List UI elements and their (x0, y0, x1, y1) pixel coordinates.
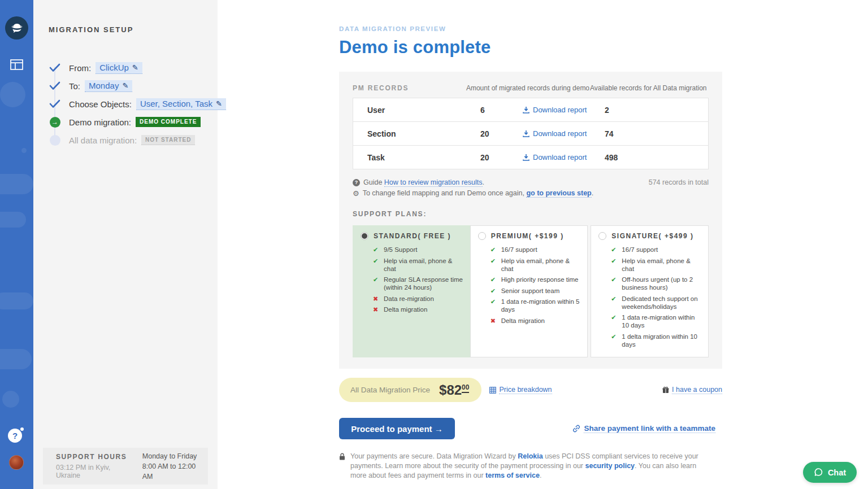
check-icon (373, 246, 380, 254)
check-icon (611, 295, 618, 311)
rail-decor (0, 174, 33, 194)
relokia-link[interactable]: Relokia (518, 452, 542, 460)
record-object: User (367, 106, 480, 115)
objects-value: User, Section, Task (140, 99, 212, 108)
terms-of-service-link[interactable]: terms of service (485, 471, 540, 479)
review-results-link[interactable]: How to review migration results (384, 178, 483, 187)
coupon-link[interactable]: I have a coupon (662, 386, 722, 394)
previous-step-link[interactable]: go to previous step (526, 189, 591, 198)
plan-card-premium[interactable]: PREMIUM( +$199 ) 16/7 support Help via e… (470, 225, 588, 357)
check-icon (611, 246, 618, 254)
demo-complete-badge[interactable]: DEMO COMPLETE (136, 117, 201, 127)
download-report-link[interactable]: Download report (523, 106, 605, 114)
support-hours-range: 8:00 AM to 12:00 AM (142, 461, 202, 482)
check-icon (49, 98, 61, 110)
plan-feature: Regular SLA response time (within 24 hou… (373, 276, 465, 291)
price-breakdown-link[interactable]: Price breakdown (489, 386, 552, 394)
step-from: From: ClickUp ✎ (49, 59, 226, 77)
change-prefix: To change field mapping and run Demo onc… (363, 189, 527, 197)
support-plans: STANDARD( FREE ) 9/5 Support Help via em… (353, 225, 709, 357)
price-row: All Data Migration Price $8200 Price bre… (339, 378, 722, 402)
step-all-data-migration: All data migration: NOT STARTED (49, 131, 226, 149)
plan-feature: High priority response time (491, 276, 582, 283)
plan-card-standard[interactable]: STANDARD( FREE ) 9/5 Support Help via em… (353, 225, 471, 357)
download-icon (523, 154, 530, 161)
question-icon: ? (353, 179, 360, 186)
not-started-badge: NOT STARTED (141, 135, 195, 145)
records-table: User 6 Download report 2 Section 20 Down… (353, 98, 709, 169)
record-available: 74 (605, 129, 708, 138)
link-icon (572, 425, 580, 433)
security-text: Your payments are secure. Data Migration… (350, 452, 518, 460)
step-to: To: Monday ✎ (49, 77, 226, 95)
plan-head[interactable]: SIGNATURE( +$499 ) (598, 232, 702, 240)
to-platform-edit[interactable]: Monday ✎ (85, 80, 132, 92)
plan-feature: Delta migration (491, 317, 582, 325)
current-step-icon: → (49, 116, 61, 128)
objects-edit[interactable]: User, Section, Task ✎ (136, 98, 226, 110)
user-avatar[interactable] (9, 455, 24, 470)
guide-suffix: . (483, 178, 484, 186)
step-label: From: (69, 63, 91, 73)
records-header-label: PM RECORDS (353, 84, 466, 92)
gear-icon: ⚙ (353, 188, 359, 199)
check-icon (611, 276, 618, 291)
download-report-link[interactable]: Download report (523, 129, 605, 138)
plan-name: SIGNATURE( +$499 ) (611, 232, 693, 240)
main-content: DATA MIGRATION PREVIEW Demo is complete … (339, 0, 722, 481)
security-text: . (540, 471, 541, 479)
step-label: All data migration: (69, 136, 137, 145)
check-icon (49, 80, 61, 92)
record-migrated: 20 (480, 129, 523, 138)
plan-head[interactable]: STANDARD( FREE ) (361, 232, 465, 240)
page-title: Demo is complete (339, 37, 722, 58)
setup-title: MIGRATION SETUP (49, 25, 133, 34)
download-report-label: Download report (533, 153, 587, 161)
edit-icon: ✎ (122, 81, 128, 90)
plan-features: 9/5 Support Help via email, phone & chat… (373, 246, 465, 313)
plan-card-signature[interactable]: SIGNATURE( +$499 ) 16/7 support Help via… (591, 225, 709, 357)
layout-toggle-icon[interactable] (10, 59, 23, 70)
ufo-logo-icon (8, 20, 25, 37)
plan-feature: Help via email, phone & chat (611, 257, 702, 273)
action-row: Proceed to payment → Share payment link … (339, 418, 722, 439)
from-platform-edit[interactable]: ClickUp ✎ (96, 62, 142, 74)
radio-icon[interactable] (478, 232, 486, 240)
cross-icon (373, 305, 380, 313)
guide-line: ? Guide How to review migration results. (353, 177, 593, 188)
share-payment-link[interactable]: Share payment link with a teammate (572, 424, 715, 433)
radio-icon[interactable] (361, 232, 368, 240)
download-report-label: Download report (533, 106, 587, 114)
plan-features: 16/7 support Help via email, phone & cha… (491, 246, 582, 325)
check-icon (491, 276, 497, 283)
check-icon (611, 257, 618, 273)
record-available: 498 (605, 153, 708, 162)
radio-icon[interactable] (598, 232, 606, 240)
help-notification-dot (20, 427, 24, 431)
chat-button[interactable]: Chat (803, 462, 857, 483)
proceed-to-payment-button[interactable]: Proceed to payment → (339, 418, 455, 439)
download-report-link[interactable]: Download report (523, 153, 605, 161)
check-icon (491, 257, 497, 273)
records-table-header: PM RECORDS Amount of migrated records du… (353, 84, 709, 92)
download-icon (523, 107, 530, 113)
chat-label: Chat (828, 468, 846, 477)
cross-icon (373, 295, 380, 303)
support-hours-days: Monday to Friday (142, 451, 202, 461)
edit-icon: ✎ (216, 99, 222, 108)
relokia-logo-icon[interactable] (5, 16, 28, 40)
plan-feature: 1 delta migration within 10 days (611, 333, 702, 348)
change-suffix: . (592, 189, 593, 197)
record-object: Task (367, 153, 480, 162)
check-icon (491, 298, 497, 313)
help-icon[interactable] (8, 429, 22, 443)
download-icon (523, 130, 530, 137)
rail-decor (0, 292, 33, 309)
plan-head[interactable]: PREMIUM( +$199 ) (478, 232, 582, 240)
security-policy-link[interactable]: security policy (585, 462, 635, 470)
rail-decor (2, 391, 19, 408)
col-migrated-header: Amount of migrated records during demo (466, 84, 590, 92)
support-hours-localtime: 03:12 PM in Kyiv, Ukraine (56, 464, 130, 479)
setup-steps: From: ClickUp ✎ To: Monday ✎ Choose Obje… (49, 59, 226, 149)
support-hours-box: SUPPORT HOURS 03:12 PM in Kyiv, Ukraine … (43, 448, 208, 484)
